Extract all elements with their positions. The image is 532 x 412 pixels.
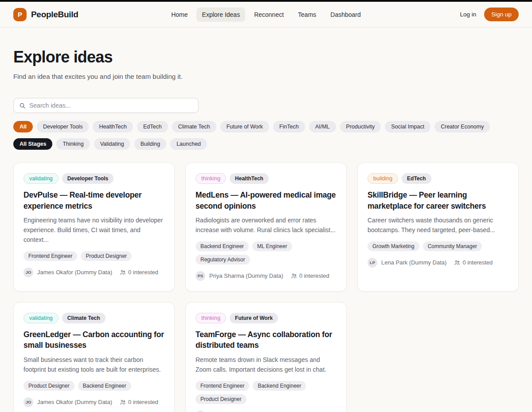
filter-category-ai-ml[interactable]: AI/ML bbox=[309, 121, 336, 132]
roles-row: Product DesignerBackend Engineer bbox=[23, 381, 164, 391]
stage-badge: validating bbox=[23, 313, 59, 323]
category-badge: Future of Work bbox=[230, 313, 278, 323]
idea-description: Small businesses want to track their car… bbox=[23, 355, 164, 375]
idea-cards-grid: validating Developer Tools DevPulse — Re… bbox=[13, 163, 519, 412]
idea-title: MedLens — AI-powered medical image secon… bbox=[196, 190, 336, 211]
interested-label: 0 interested bbox=[128, 399, 158, 405]
interested-label: 0 interested bbox=[128, 269, 158, 276]
idea-card[interactable]: validating Developer Tools DevPulse — Re… bbox=[13, 163, 175, 292]
avatar: JO bbox=[23, 268, 33, 277]
people-icon bbox=[454, 260, 460, 266]
idea-title: SkillBridge — Peer learning marketplace … bbox=[368, 190, 509, 211]
role-chip-community-manager: Community Manager bbox=[423, 241, 482, 251]
filter-stage-building[interactable]: Building bbox=[134, 138, 166, 150]
interested-label: 0 interested bbox=[462, 259, 493, 266]
avatar: JO bbox=[23, 397, 33, 407]
filter-category-social-impact[interactable]: Social Impact bbox=[385, 121, 430, 132]
people-icon bbox=[120, 399, 126, 405]
card-footer: LP Lena Park (Dummy Data) 0 interested bbox=[368, 258, 509, 268]
idea-card[interactable]: thinking Future of Work TeamForge — Asyn… bbox=[185, 302, 347, 412]
filter-category-edtech[interactable]: EdTech bbox=[137, 121, 168, 132]
auth-actions: Log in Sign up bbox=[460, 8, 519, 21]
interested-count: 0 interested bbox=[120, 269, 158, 276]
author-name: James Okafor (Dummy Data) bbox=[37, 399, 112, 405]
header: P PeopleBuild HomeExplore IdeasReconnect… bbox=[0, 2, 532, 27]
card-footer: PS Priya Sharma (Dummy Data) 0 intereste… bbox=[196, 271, 336, 281]
badge-row: building EdTech bbox=[368, 173, 509, 184]
category-badge: EdTech bbox=[402, 173, 431, 184]
filter-category-creator-economy[interactable]: Creator Economy bbox=[434, 121, 490, 132]
badge-row: validating Developer Tools bbox=[23, 173, 164, 184]
filter-stage-all-stages[interactable]: All Stages bbox=[13, 138, 52, 150]
card-footer: JO James Okafor (Dummy Data) 0 intereste… bbox=[23, 397, 164, 407]
search-bar bbox=[13, 98, 199, 113]
interested-count: 0 interested bbox=[120, 399, 158, 405]
idea-title: GreenLedger — Carbon accounting for smal… bbox=[23, 329, 164, 351]
filter-category-developer-tools[interactable]: Developer Tools bbox=[37, 121, 89, 132]
role-chip-frontend-engineer: Frontend Engineer bbox=[23, 251, 77, 261]
stage-badge: thinking bbox=[196, 173, 226, 184]
stage-badge: building bbox=[368, 173, 398, 184]
people-icon bbox=[120, 269, 126, 276]
filter-stage-launched[interactable]: Launched bbox=[170, 138, 207, 150]
roles-row: Frontend EngineerBackend EngineerProduct… bbox=[196, 381, 336, 404]
nav-item-dashboard[interactable]: Dashboard bbox=[325, 8, 366, 22]
category-badge: Developer Tools bbox=[62, 173, 113, 184]
nav-item-home[interactable]: Home bbox=[166, 8, 193, 22]
role-chip-regulatory-advisor: Regulatory Advisor bbox=[196, 255, 250, 264]
page-title: Explore ideas bbox=[13, 48, 519, 66]
idea-card[interactable]: validating Climate Tech GreenLedger — Ca… bbox=[13, 302, 175, 412]
role-chip-growth-marketing: Growth Marketing bbox=[368, 241, 419, 251]
idea-description: Radiologists are overworked and error ra… bbox=[196, 216, 336, 235]
badge-row: validating Climate Tech bbox=[23, 313, 164, 323]
idea-title: DevPulse — Real-time developer experienc… bbox=[23, 190, 164, 211]
filter-stage-validating[interactable]: Validating bbox=[94, 138, 130, 150]
role-chip-product-designer: Product Designer bbox=[196, 394, 246, 404]
interested-label: 0 interested bbox=[299, 272, 329, 279]
idea-title: TeamForge — Async collaboration for dist… bbox=[196, 329, 336, 351]
filter-category-all[interactable]: All bbox=[13, 121, 33, 132]
role-chip-backend-engineer: Backend Engineer bbox=[196, 241, 249, 251]
filter-stage-thinking[interactable]: Thinking bbox=[56, 138, 90, 150]
brand-name: PeopleBuild bbox=[31, 10, 78, 19]
role-chip-product-designer: Product Designer bbox=[23, 381, 74, 391]
nav-item-reconnect[interactable]: Reconnect bbox=[249, 8, 289, 22]
category-badge: Climate Tech bbox=[62, 313, 106, 323]
idea-description: Career switchers waste thousands on gene… bbox=[368, 216, 509, 235]
search-icon bbox=[19, 102, 26, 109]
role-chip-ml-engineer: ML Engineer bbox=[252, 241, 292, 251]
login-link[interactable]: Log in bbox=[460, 11, 476, 18]
interested-count: 0 interested bbox=[291, 272, 329, 279]
filter-category-fintech[interactable]: FinTech bbox=[273, 121, 305, 132]
idea-card[interactable]: building EdTech SkillBridge — Peer learn… bbox=[357, 163, 519, 292]
category-badge: HealthTech bbox=[230, 173, 269, 184]
avatar: LP bbox=[368, 258, 377, 268]
author-name: Lena Park (Dummy Data) bbox=[381, 259, 446, 266]
nav-item-teams[interactable]: Teams bbox=[293, 8, 321, 22]
roles-row: Backend EngineerML EngineerRegulatory Ad… bbox=[196, 241, 336, 264]
stage-filter-row: All StagesThinkingValidatingBuildingLaun… bbox=[13, 138, 519, 150]
author-name: James Okafor (Dummy Data) bbox=[37, 269, 112, 276]
page-subtitle: Find an idea that excites you and join t… bbox=[13, 73, 519, 80]
badge-row: thinking HealthTech bbox=[196, 173, 336, 184]
signup-button[interactable]: Sign up bbox=[484, 8, 519, 21]
role-chip-frontend-engineer: Frontend Engineer bbox=[196, 381, 249, 391]
brand[interactable]: P PeopleBuild bbox=[13, 8, 78, 21]
filter-category-healthtech[interactable]: HealthTech bbox=[93, 121, 133, 132]
filter-category-climate-tech[interactable]: Climate Tech bbox=[172, 121, 216, 132]
filter-category-productivity[interactable]: Productivity bbox=[340, 121, 381, 132]
author-name: Priya Sharma (Dummy Data) bbox=[209, 272, 283, 279]
roles-row: Growth MarketingCommunity Manager bbox=[368, 241, 509, 251]
badge-row: thinking Future of Work bbox=[196, 313, 336, 323]
nav-item-explore-ideas[interactable]: Explore Ideas bbox=[197, 8, 246, 22]
interested-count: 0 interested bbox=[454, 259, 493, 266]
idea-card[interactable]: thinking HealthTech MedLens — AI-powered… bbox=[185, 163, 347, 292]
main-content: Explore ideas Find an idea that excites … bbox=[13, 48, 519, 412]
role-chip-backend-engineer: Backend Engineer bbox=[78, 381, 131, 391]
role-chip-product-designer: Product Designer bbox=[81, 251, 132, 261]
stage-badge: thinking bbox=[196, 313, 226, 323]
main-nav: HomeExplore IdeasReconnectTeamsDashboard bbox=[166, 8, 366, 22]
card-footer: JO James Okafor (Dummy Data) 0 intereste… bbox=[23, 268, 164, 277]
filter-category-future-of-work[interactable]: Future of Work bbox=[220, 121, 269, 132]
search-input[interactable] bbox=[29, 102, 193, 109]
